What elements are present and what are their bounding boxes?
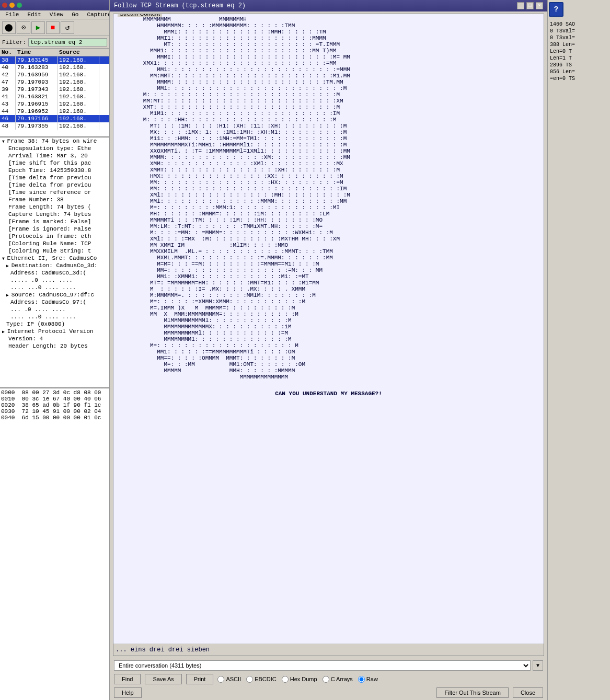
table-row[interactable]: 39 79.197343 192.168. — [0, 86, 109, 93]
detail-item[interactable]: Epoch Time: 1425359338.8 — [0, 167, 109, 174]
pkt-src: 192.168. — [57, 86, 99, 93]
detail-item[interactable]: Address: CadmusCo_97:( — [0, 299, 109, 306]
table-row[interactable]: 38 79.163145 192.168. — [0, 56, 109, 64]
radio-ebcdic-input[interactable] — [246, 676, 253, 683]
detail-item[interactable]: [Frame is ignored: False — [0, 225, 109, 233]
toolbar-target-btn[interactable]: ⊙ — [17, 21, 30, 34]
detail-item[interactable]: [Coloring Rule Name: TCP — [0, 240, 109, 247]
detail-item[interactable]: [Time since reference or — [0, 189, 109, 196]
dialog-minimize-btn[interactable]: _ — [517, 2, 524, 9]
table-row[interactable]: 46 79.197166 192.168. — [0, 115, 109, 122]
detail-item[interactable]: [Coloring Rule String: t — [0, 247, 109, 255]
close-button[interactable]: Close — [513, 687, 543, 698]
stream-content-label: Stream Content — [118, 14, 162, 17]
save-as-button[interactable]: Save As — [145, 674, 181, 684]
filter-out-button[interactable]: Filter Out This Stream — [436, 687, 508, 698]
pkt-src: 192.168. — [57, 64, 99, 71]
detail-item[interactable]: Address: CadmusCo_3d:( — [0, 269, 109, 277]
filter-bar: Filter: — [0, 36, 109, 49]
radio-raw-input[interactable] — [358, 676, 365, 683]
radio-raw[interactable]: Raw — [358, 676, 378, 683]
pkt-no: 46 — [0, 115, 16, 122]
detail-item[interactable]: Destination: CadmusCo_3d: — [0, 262, 109, 269]
detail-item[interactable]: [Time shift for this pac — [0, 159, 109, 167]
col-header-no: No. — [0, 49, 16, 56]
info-line: 2896 TS — [549, 62, 609, 68]
menu-capture[interactable]: Capture — [83, 11, 110, 18]
detail-item[interactable]: Header Length: 20 bytes — [0, 342, 109, 350]
col-header-source: Source — [57, 49, 99, 56]
table-row[interactable]: 48 79.197355 192.168. — [0, 122, 109, 130]
pkt-time: 79.163145 — [16, 56, 57, 64]
detail-item[interactable]: Internet Protocol Version — [0, 328, 109, 335]
hex-line: 0010 00 3c 1e 67 40 00 40 06 — [1, 396, 108, 402]
radio-carrays[interactable]: C Arrays — [323, 676, 353, 683]
table-row[interactable]: 47 79.197093 192.168. — [0, 78, 109, 86]
table-row[interactable]: 42 79.163959 192.168. — [0, 71, 109, 78]
detail-item[interactable]: [Time delta from previou — [0, 174, 109, 181]
conversation-select[interactable]: Entire conversation (4311 bytes) — [114, 660, 531, 671]
radio-carrays-input[interactable] — [323, 676, 329, 683]
radio-ascii-input[interactable] — [217, 676, 224, 683]
wireshark-main-panel: File Edit View Go Capture ⬤ ⊙ ▶ ■ ↺ Filt… — [0, 0, 110, 700]
menu-go[interactable]: Go — [67, 11, 83, 18]
help-button[interactable]: Help — [114, 687, 142, 698]
detail-item[interactable]: .... ...0 .... .... — [0, 313, 109, 320]
bottom-controls: Entire conversation (4311 bytes) ▼ Find … — [110, 658, 547, 700]
menu-bar: File Edit View Go Capture — [0, 10, 109, 19]
detail-item[interactable]: [Frame is marked: False] — [0, 218, 109, 225]
detail-item[interactable]: Encapsulation type: Ethe — [0, 145, 109, 152]
action-buttons-row: Find Save As Print ASCII EBCDIC Hex Dump — [114, 674, 543, 684]
detail-item[interactable]: Capture Length: 74 bytes — [0, 211, 109, 218]
table-row[interactable]: 41 79.163821 192.168. — [0, 93, 109, 100]
detail-item[interactable]: ... .0 .... .... — [0, 306, 109, 313]
toolbar-stop-btn[interactable]: ■ — [46, 21, 60, 34]
detail-item[interactable]: Version: 4 — [0, 335, 109, 342]
menu-edit[interactable]: Edit — [23, 11, 45, 18]
radio-raw-label: Raw — [366, 676, 378, 682]
detail-item[interactable]: Frame Number: 38 — [0, 196, 109, 203]
packet-list-header: No. Time Source — [0, 49, 109, 56]
detail-item[interactable]: Ethernet II, Src: CadmusCo — [0, 255, 109, 262]
conv-arrow-btn[interactable]: ▼ — [533, 660, 543, 671]
pkt-src: 192.168. — [57, 93, 99, 100]
detail-item[interactable]: Arrival Time: Mar 3, 20 — [0, 152, 109, 159]
detail-item[interactable]: [Protocols in frame: eth — [0, 233, 109, 240]
hex-dump-panel: 0000 08 00 27 3d 0c d8 08 00 0010 00 3c … — [0, 388, 109, 700]
table-row[interactable]: 40 79.163283 192.168. — [0, 64, 109, 71]
dialog-maximize-btn[interactable]: □ — [526, 2, 534, 9]
help-icon-btn[interactable]: ? — [549, 2, 563, 17]
menu-file[interactable]: File — [1, 11, 23, 18]
filter-input[interactable] — [28, 38, 107, 47]
pkt-src: 192.168. — [57, 78, 99, 86]
detail-item[interactable]: ..... .0 .... .... — [0, 277, 109, 284]
table-row[interactable]: 44 79.196952 192.168. — [0, 108, 109, 115]
detail-item[interactable]: Frame Length: 74 bytes ( — [0, 203, 109, 211]
toolbar-circle-btn[interactable]: ⬤ — [2, 21, 16, 34]
pkt-no: 44 — [0, 108, 16, 115]
detail-item[interactable]: Type: IP (0x0800) — [0, 320, 109, 328]
print-button[interactable]: Print — [186, 674, 214, 684]
detail-item[interactable]: .... ...0 .... .... — [0, 284, 109, 291]
stream-text-area[interactable]: MMMMMMMM MMMMMMMH HMMMMMM: : : : :MMMMMM… — [113, 14, 544, 644]
detail-item[interactable]: Source: CadmusCo_97:df:c — [0, 291, 109, 299]
toolbar-reload-btn[interactable]: ↺ — [61, 21, 74, 34]
radio-ebcdic[interactable]: EBCDIC — [246, 676, 277, 683]
find-button[interactable]: Find — [114, 674, 141, 684]
detail-item[interactable]: Frame 38: 74 bytes on wire — [0, 137, 109, 145]
bottom-right-buttons: Filter Out This Stream Close — [436, 687, 543, 698]
radio-hexdump-input[interactable] — [282, 676, 289, 683]
dialog-close-btn[interactable]: × — [536, 2, 543, 9]
detail-item[interactable]: [Time delta from previou — [0, 181, 109, 189]
radio-ascii[interactable]: ASCII — [217, 676, 241, 683]
toolbar-play-btn[interactable]: ▶ — [31, 21, 45, 34]
table-row[interactable]: 43 79.196915 192.168. — [0, 100, 109, 108]
titlebar-dot-red — [2, 3, 7, 8]
pkt-time: 79.197343 — [16, 86, 57, 93]
info-line: Len=1 T — [549, 55, 609, 62]
menu-view[interactable]: View — [45, 11, 67, 18]
hex-line: 0040 6d 15 00 00 00 00 01 0c — [1, 415, 108, 421]
stream-content-group: Stream Content MMMMMMMM MMMMMMMH HMMMMMM… — [113, 14, 544, 656]
radio-hexdump[interactable]: Hex Dump — [282, 676, 317, 683]
tcp-stream-dialog: Follow TCP Stream (tcp.stream eq 2) _ □ … — [110, 0, 547, 700]
